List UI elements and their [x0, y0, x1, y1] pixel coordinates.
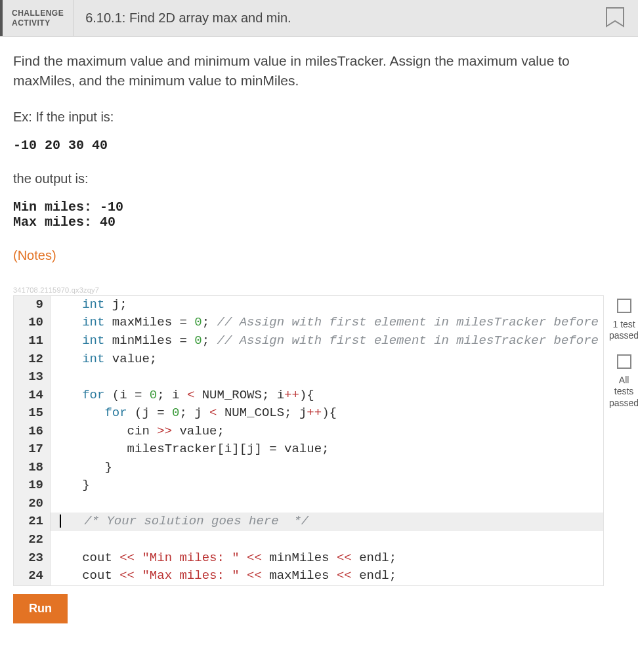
code-text[interactable]	[51, 368, 603, 387]
code-line[interactable]: 22	[14, 531, 603, 549]
code-text[interactable]: int j;	[51, 296, 603, 314]
code-line[interactable]: 16 cin >> value;	[14, 423, 603, 441]
line-number: 22	[14, 531, 51, 549]
code-line[interactable]: 13	[14, 368, 603, 387]
code-line[interactable]: 24 cout << "Max miles: " << maxMiles << …	[14, 567, 603, 585]
code-line[interactable]: 10 int maxMiles = 0; // Assign with firs…	[14, 314, 603, 332]
code-editor[interactable]: 9 int j;10 int maxMiles = 0; // Assign w…	[13, 295, 604, 586]
code-text[interactable]: cin >> value;	[51, 423, 603, 441]
line-number: 12	[14, 350, 51, 369]
watermark-id: 341708.2115970.qx3zqy7	[13, 286, 625, 294]
example-output: Min miles: -10 Max miles: 40	[13, 200, 625, 230]
code-text[interactable]: }	[51, 459, 603, 477]
one-test-label: 1 test passed	[609, 319, 638, 341]
line-number: 13	[14, 368, 51, 387]
code-line[interactable]: 23 cout << "Min miles: " << minMiles << …	[14, 549, 603, 568]
text-cursor	[60, 514, 61, 528]
line-number: 10	[14, 314, 51, 332]
line-number: 16	[14, 423, 51, 441]
code-text[interactable]: cout << "Min miles: " << minMiles << end…	[51, 549, 603, 568]
line-number: 15	[14, 404, 51, 423]
activity-content: Find the maximum value and minimum value…	[0, 37, 638, 637]
code-text[interactable]: for (i = 0; i < NUM_ROWS; i++){	[51, 387, 603, 405]
line-number: 24	[14, 567, 51, 585]
code-line[interactable]: 21 /* Your solution goes here */	[14, 513, 603, 531]
code-text[interactable]: int maxMiles = 0; // Assign with first e…	[51, 314, 603, 332]
output-intro: the output is:	[13, 171, 625, 186]
line-number: 18	[14, 459, 51, 477]
svg-rect-0	[618, 299, 631, 312]
code-line[interactable]: 9 int j;	[14, 296, 603, 314]
code-line[interactable]: 12 int value;	[14, 350, 603, 369]
code-text[interactable]	[51, 531, 603, 549]
code-text[interactable]	[51, 495, 603, 513]
example-intro: Ex: If the input is:	[13, 110, 625, 125]
code-text[interactable]: }	[51, 476, 603, 495]
code-line[interactable]: 18 }	[14, 459, 603, 477]
line-number: 20	[14, 495, 51, 513]
line-number: 9	[14, 296, 51, 314]
code-text[interactable]: milesTracker[i][j] = value;	[51, 440, 603, 459]
all-tests-status: All tests passed	[609, 354, 638, 410]
activity-header: CHALLENGE ACTIVITY 6.10.1: Find 2D array…	[0, 0, 638, 37]
checkbox-icon	[616, 354, 632, 372]
one-test-status: 1 test passed	[609, 298, 638, 342]
prompt-description: Find the maximum value and minimum value…	[13, 51, 625, 91]
code-line[interactable]: 17 milesTracker[i][j] = value;	[14, 440, 603, 459]
activity-type-line1: CHALLENGE	[12, 9, 64, 18]
activity-type-label: CHALLENGE ACTIVITY	[0, 0, 74, 36]
activity-title: 6.10.1: Find 2D array max and min.	[74, 0, 303, 36]
code-text[interactable]: int value;	[51, 350, 603, 369]
line-number: 11	[14, 332, 51, 350]
checkbox-icon	[616, 298, 632, 316]
code-line[interactable]: 15 for (j = 0; j < NUM_COLS; j++){	[14, 404, 603, 423]
line-number: 17	[14, 440, 51, 459]
code-line[interactable]: 20	[14, 495, 603, 513]
line-number: 14	[14, 387, 51, 405]
code-text[interactable]: /* Your solution goes here */	[51, 513, 603, 531]
code-line[interactable]: 19 }	[14, 476, 603, 495]
example-input: -10 20 30 40	[13, 138, 625, 153]
code-line[interactable]: 11 int minMiles = 0; // Assign with firs…	[14, 332, 603, 350]
line-number: 19	[14, 476, 51, 495]
code-text[interactable]: for (j = 0; j < NUM_COLS; j++){	[51, 404, 603, 423]
code-text[interactable]: int minMiles = 0; // Assign with first e…	[51, 332, 603, 350]
svg-rect-1	[618, 355, 631, 368]
all-tests-label: All tests passed	[609, 375, 638, 408]
test-status-panel: 1 test passed All tests passed	[609, 295, 638, 410]
line-number: 21	[14, 513, 51, 531]
notes-link[interactable]: (Notes)	[13, 248, 625, 263]
code-line[interactable]: 14 for (i = 0; i < NUM_ROWS; i++){	[14, 387, 603, 405]
activity-type-line2: ACTIVITY	[12, 18, 64, 28]
bookmark-icon[interactable]	[604, 7, 626, 34]
code-text[interactable]: cout << "Max miles: " << maxMiles << end…	[51, 567, 603, 585]
line-number: 23	[14, 549, 51, 568]
run-button[interactable]: Run	[13, 594, 68, 623]
